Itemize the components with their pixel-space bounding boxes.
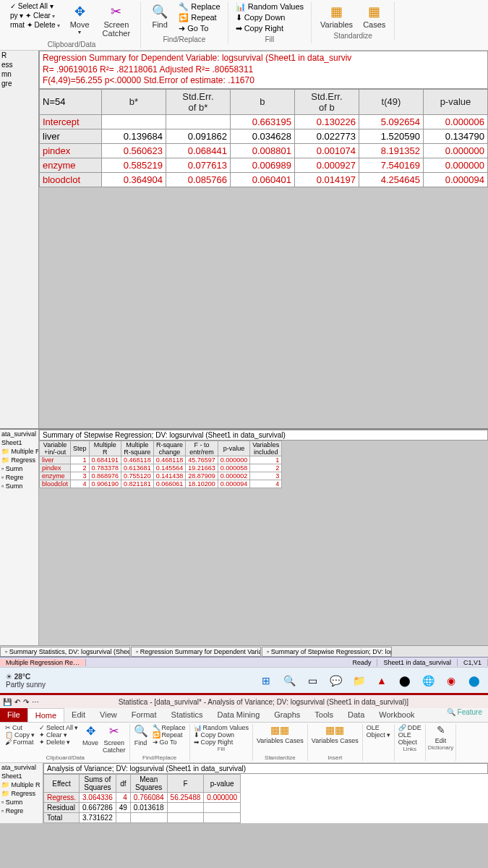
repeat-button2[interactable]: 🔁 Repeat [151, 731, 187, 739]
screen-catcher-button[interactable]: ✂Screen Catcher [97, 1, 137, 39]
ribbon-tabs: File Home Edit View Format Statistics Da… [0, 708, 488, 723]
stepwise-tree[interactable]: ata_survivalSheet1 📁 Multiple R 📁 Regres… [0, 430, 39, 645]
find-button[interactable]: 🔍Find [145, 1, 174, 34]
move-icon: ✥ [71, 3, 88, 20]
anova-table: Effect Sums of Squares df Mean Squares F… [43, 774, 241, 823]
quick-access-toolbar: 💾 ↶ ↷ ⋯ Statistica - [data_survival* - A… [0, 695, 488, 708]
replace-button[interactable]: 🔧 Replace [176, 1, 223, 12]
tab-file[interactable]: File [0, 708, 27, 722]
search-icon: 🔍 [151, 3, 168, 20]
tab-home[interactable]: Home [27, 708, 64, 722]
status-bar: Multiple Regression Re… Ready Sheet1 in … [0, 657, 488, 667]
tab-view[interactable]: View [93, 708, 124, 722]
format-button[interactable]: rmat ✦ Delete [7, 20, 63, 30]
chat-icon[interactable]: 💬 [328, 673, 343, 689]
tab-tools[interactable]: Tools [307, 708, 341, 722]
regression-header: Regression Summary for Dependent Variabl… [39, 51, 488, 89]
cut-button[interactable]: ✂ Cut [4, 724, 36, 731]
explorer-icon[interactable]: 📁 [351, 673, 367, 689]
redo-icon[interactable]: ↷ [23, 698, 29, 706]
random-button2[interactable]: 📊 Random Values [192, 724, 250, 731]
copydown-button2[interactable]: ⬇ Copy Down [192, 731, 250, 739]
weather-widget[interactable]: ☀ 28°CPartly sunny [6, 673, 46, 689]
scissors-icon: ✂ [108, 3, 125, 20]
tab-summary-stats[interactable]: ▫ Summary Statistics, DV: logsurvival (S… [0, 647, 130, 657]
chrome-icon[interactable]: 🌐 [420, 673, 436, 689]
search-icon[interactable]: 🔍 [281, 673, 297, 689]
tab-data[interactable]: Data [341, 708, 372, 722]
stepwise-header: Summary of Stepwise Regression; DV: logs… [39, 430, 488, 441]
grid-icon: ▦ [366, 3, 383, 20]
cases-button[interactable]: ▦Cases [359, 1, 390, 30]
object-button[interactable]: Object ▾ [365, 731, 392, 739]
object2-button[interactable]: Object [397, 739, 423, 746]
format-painter-button[interactable]: 🖌 Format [4, 739, 36, 746]
tab-datamining[interactable]: Data Mining [210, 708, 267, 722]
random-values-button[interactable]: 📊 Random Values [233, 1, 307, 12]
replace-button2[interactable]: 🔧 Replace [151, 724, 187, 731]
varcases-button2[interactable]: ▦▦Variables Cases [310, 724, 360, 754]
copy-right-button[interactable]: ➡ Copy Right [233, 23, 307, 34]
select-all-button2[interactable]: ✓ Select All ▾ [38, 724, 80, 731]
group-findreplace: Find/Replace [163, 35, 205, 43]
group-standardize: Standardize [334, 32, 372, 40]
delete-button2[interactable]: ✦ Delete ▾ [38, 739, 80, 746]
group-fill: Fill [265, 35, 274, 43]
tab-stepwise[interactable]: ▫ Summary of Stepwise Regression; DV: lo… [262, 647, 392, 657]
undo-icon[interactable]: ↶ [14, 698, 20, 706]
window-title: Statistica - [data_survival* - Analysis … [42, 698, 485, 706]
menu-icon[interactable]: ⋯ [32, 698, 39, 706]
tab-regression[interactable]: ▫ Regression Summary for Dependent Varia… [131, 647, 261, 657]
anova-header: Analysis of Variance; DV: logsurvival (S… [43, 763, 488, 774]
app3-icon[interactable]: ⬤ [466, 673, 482, 689]
find-button2[interactable]: 🔍Find [132, 724, 150, 754]
move-button[interactable]: ✥Move▾ [64, 1, 95, 39]
workbook-tabs: ▫ Summary Statistics, DV: logsurvival (S… [0, 645, 488, 657]
varcases-button[interactable]: ▦▦Variables Cases [255, 724, 305, 754]
anova-tree[interactable]: ata_survivalSheet1 📁 Multiple R 📁 Regres… [0, 763, 43, 823]
feature-finder[interactable]: 🔍 Feature [447, 708, 488, 722]
copyright-button2[interactable]: ➡ Copy Right [192, 739, 250, 746]
copy-button2[interactable]: 📋 Copy ▾ [4, 731, 36, 739]
variables-button[interactable]: ▦Variables [316, 1, 357, 30]
move-button2[interactable]: ✥Move [81, 724, 100, 754]
app-icon[interactable]: ⬤ [397, 673, 413, 689]
dde-button[interactable]: 🔗 DDE [397, 724, 423, 731]
copy-down-button[interactable]: ⬇ Copy Down [233, 12, 307, 23]
ole2-button[interactable]: OLE [397, 731, 423, 739]
tab-format[interactable]: Format [124, 708, 164, 722]
select-all-button[interactable]: ✓ Select All ▾ [7, 1, 63, 11]
goto-button2[interactable]: ➜ Go To [151, 739, 187, 746]
tab-statistics[interactable]: Statistics [164, 708, 210, 722]
workbook-tree[interactable]: Ressmngre [0, 51, 39, 428]
edit-button2[interactable]: ✎Edit [428, 724, 454, 744]
n-cell: N=54 [40, 89, 102, 114]
copy-button[interactable]: py ▾ ✦ Clear [7, 11, 63, 20]
grid-icon: ▦ [328, 3, 346, 20]
tab-edit[interactable]: Edit [64, 708, 93, 722]
regression-table: N=54 b* Std.Err. of b* b Std.Err. of b t… [39, 89, 488, 187]
second-ribbon: ✂ Cut 📋 Copy ▾ 🖌 Format ✓ Select All ▾ ✦… [0, 723, 488, 763]
screen-catcher-button2[interactable]: ✂Screen Catcher [101, 724, 127, 754]
tab-graphs[interactable]: Graphs [267, 708, 307, 722]
regression-panel: Regression Summary for Dependent Variabl… [39, 51, 488, 428]
task-view-icon[interactable]: ▭ [304, 673, 320, 689]
app2-icon[interactable]: ◉ [443, 673, 459, 689]
repeat-button[interactable]: 🔁 Repeat [176, 12, 223, 23]
pdf-icon[interactable]: ▲ [374, 673, 390, 689]
clear-button2[interactable]: ✦ Clear ▾ [38, 731, 80, 739]
tab-workbook[interactable]: Workbook [372, 708, 421, 722]
windows-start-icon[interactable]: ⊞ [258, 673, 274, 689]
taskbar: ☀ 28°CPartly sunny ⊞ 🔍 ▭ 💬 📁 ▲ ⬤ 🌐 ◉ ⬤ [0, 667, 488, 693]
group-clipboard: Clipboard/Data [48, 41, 96, 48]
stepwise-table: Variable +in/-out Step Multiple R Multip… [39, 441, 282, 488]
save-icon[interactable]: 💾 [3, 698, 12, 706]
ribbon-top: ✓ Select All ▾ py ▾ ✦ Clear rmat ✦ Delet… [0, 0, 488, 51]
second-window: 💾 ↶ ↷ ⋯ Statistica - [data_survival* - A… [0, 693, 488, 823]
ole-button[interactable]: OLE [365, 724, 392, 731]
goto-button[interactable]: ➜ Go To [176, 23, 223, 34]
